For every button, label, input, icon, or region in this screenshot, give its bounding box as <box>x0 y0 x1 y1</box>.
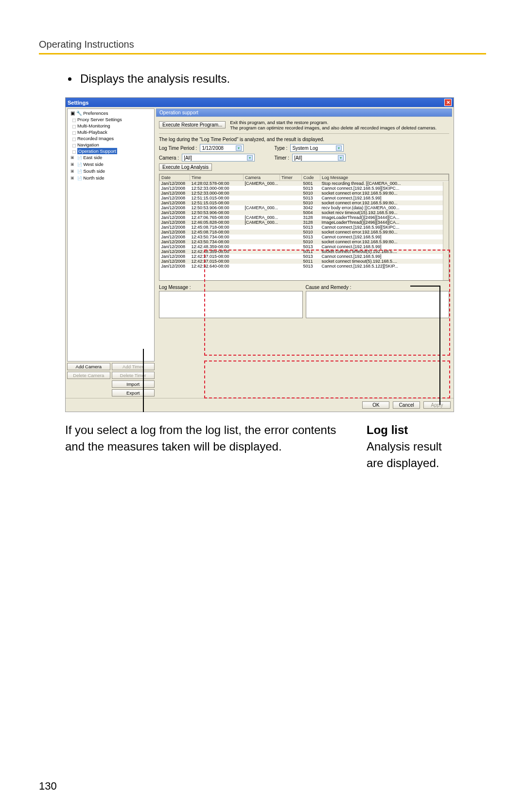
callout-left: If you select a log from the log list, t… <box>65 422 337 471</box>
tree-item[interactable]: Multi-Monitoring <box>70 123 153 129</box>
camera-label: Camera : <box>159 155 179 161</box>
tree-item[interactable]: Proxy Server Settings <box>70 116 153 123</box>
table-row[interactable]: Jan/12/200812:52:33.000-08:005010socket … <box>160 191 449 196</box>
log-col-header[interactable]: Time <box>190 175 244 181</box>
chevron-down-icon: ▾ <box>336 145 342 151</box>
chevron-down-icon: ▾ <box>338 155 344 161</box>
close-icon[interactable]: ✕ <box>444 99 452 106</box>
timer-label: Timer : <box>274 155 289 161</box>
bullet-icon <box>68 77 71 81</box>
type-label: Type : <box>274 145 287 151</box>
table-row[interactable]: Jan/12/200812:51:15.015-08:005010socket … <box>160 200 449 205</box>
log-col-header[interactable]: Date <box>160 175 190 181</box>
preferences-tree[interactable]: ▣ 🔧 Preferences Proxy Server Settings Mu… <box>67 108 155 361</box>
cancel-button[interactable]: Cancel <box>393 401 420 409</box>
callout-line <box>439 286 440 405</box>
page-number: 130 <box>39 780 57 793</box>
table-row[interactable]: Jan/12/200812:42:48.359-08:005013Cannot … <box>160 244 449 249</box>
tree-group[interactable]: South side <box>77 168 105 174</box>
table-row[interactable]: Jan/12/200812:43:50.734-08:005010socket … <box>160 239 449 244</box>
log-time-period-select[interactable]: 1/12/2008▾ <box>200 144 244 152</box>
table-row[interactable]: Jan/12/200812:50:53.906-08:005004socket … <box>160 210 449 215</box>
table-row[interactable]: Jan/12/200812:52:33.000-08:005013Cannot … <box>160 186 449 191</box>
highlight-log-list <box>204 250 450 356</box>
table-row[interactable]: Jan/12/200812:45:08.718-08:005013Cannot … <box>160 225 449 230</box>
settings-window: Settings ✕ ▣ 🔧 Preferences Proxy Server … <box>65 97 454 412</box>
callout-line <box>143 349 144 412</box>
log-col-header[interactable]: Timer <box>280 175 302 181</box>
chevron-down-icon: ▾ <box>247 155 253 161</box>
table-row[interactable]: Jan/12/200812:50:53.906-08:00[CAMERA_000… <box>160 205 449 210</box>
import-button[interactable]: Import <box>112 380 155 388</box>
execute-restore-button[interactable]: Execute Restore Program... <box>159 121 226 128</box>
log-col-header[interactable]: Code <box>302 175 320 181</box>
table-row[interactable]: Jan/12/200812:45:08.718-08:005010socket … <box>160 230 449 235</box>
ok-button[interactable]: OK <box>362 401 389 409</box>
type-select[interactable]: System Log▾ <box>290 144 344 152</box>
table-row[interactable]: Jan/12/200814:28:02.578-08:00[CAMERA_000… <box>160 181 449 186</box>
table-row[interactable]: Jan/12/200812:43:50.734-08:005013Cannot … <box>160 235 449 239</box>
section-title: Operation support <box>156 108 452 117</box>
delete-camera-button: Delete Camera <box>67 372 110 379</box>
timer-select[interactable]: [All]▾ <box>292 154 346 162</box>
add-camera-button[interactable]: Add Camera <box>67 363 110 370</box>
highlight-message-panels <box>204 361 450 398</box>
table-row[interactable]: Jan/12/200812:46:05.828-08:00[CAMERA_000… <box>160 220 449 225</box>
tree-item[interactable]: Multi-Playback <box>70 129 153 135</box>
page-header: Operating Instructions <box>39 39 134 50</box>
log-col-header[interactable]: Camera <box>244 175 280 181</box>
log-col-header[interactable]: Log Message <box>320 175 449 181</box>
bullet-text: Displays the analysis results. <box>80 72 230 86</box>
callout-right: Log list Analysis result are displayed. <box>367 422 442 471</box>
tree-group[interactable]: West side <box>77 162 104 167</box>
log-time-period-label: Log Time Period : <box>159 145 197 151</box>
tree-item-selected[interactable]: Operation Support <box>77 148 117 154</box>
table-row[interactable]: Jan/12/200812:47:06.765-08:00[CAMERA_000… <box>160 215 449 220</box>
export-button[interactable]: Export <box>112 389 155 397</box>
tree-group[interactable]: East side <box>77 155 102 160</box>
camera-select[interactable]: [All]▾ <box>182 154 255 162</box>
table-row[interactable]: Jan/12/200812:51:15.015-08:005013Cannot … <box>160 196 449 200</box>
tree-item[interactable]: Recorded Images <box>70 135 153 142</box>
restore-description: Exit this program, and start the restore… <box>230 120 437 130</box>
apply-button: Apply <box>423 401 451 409</box>
analysis-note: The log during the "Log Time Period" is … <box>159 137 449 142</box>
tree-root[interactable]: Preferences <box>83 110 108 116</box>
execute-log-analysis-button[interactable]: Execute Log Analysis <box>159 163 212 171</box>
delete-timer-button: Delete Timer <box>112 372 155 379</box>
window-title: Settings <box>68 100 88 106</box>
bullet-item: Displays the analysis results. <box>68 72 486 86</box>
tree-item[interactable]: Navigation <box>70 142 153 148</box>
tree-group[interactable]: North side <box>77 175 105 180</box>
add-timer-button: Add Timer <box>112 363 155 370</box>
chevron-down-icon: ▾ <box>236 145 242 151</box>
